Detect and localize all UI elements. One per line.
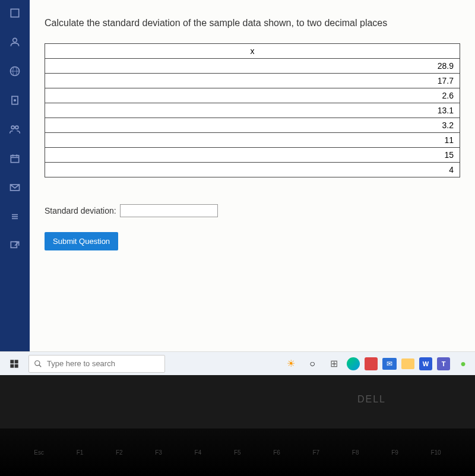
key-label: F9 — [391, 449, 398, 456]
svg-point-25 — [35, 360, 40, 365]
start-button[interactable] — [4, 354, 25, 373]
key-label: Esc — [34, 449, 44, 456]
question-prompt: Calculate the standard deviation of the … — [45, 18, 460, 28]
svg-point-3 — [13, 38, 17, 42]
data-cell: 17.7 — [45, 74, 460, 88]
external-icon[interactable] — [8, 239, 22, 253]
windows-icon — [10, 359, 19, 369]
svg-rect-23 — [10, 364, 14, 367]
data-table: x 28.9 17.7 2.6 13.1 3.2 11 15 4 — [45, 43, 460, 177]
laptop-brand-logo: DELL — [357, 394, 386, 405]
svg-rect-11 — [11, 156, 18, 163]
svg-point-9 — [11, 126, 14, 129]
building-icon[interactable] — [8, 6, 22, 20]
calendar-icon[interactable] — [8, 151, 22, 166]
svg-rect-21 — [10, 360, 14, 363]
person-icon[interactable] — [8, 35, 22, 49]
data-cell: 11 — [45, 133, 460, 148]
task-view-icon[interactable]: ⊞ — [325, 356, 342, 372]
table-header: x — [45, 44, 460, 59]
data-cell: 3.2 — [45, 118, 460, 133]
key-label: F10 — [430, 449, 441, 456]
submit-button[interactable]: Submit Question — [45, 232, 118, 250]
key-label: F7 — [313, 449, 320, 456]
weather-icon[interactable]: ☀ — [283, 356, 299, 372]
explorer-icon[interactable] — [401, 358, 414, 369]
people-icon[interactable] — [8, 122, 22, 137]
windows-taskbar: ☀ ○ ⊞ ✉ W T ● — [0, 351, 475, 375]
app-icon-1[interactable] — [365, 357, 378, 370]
mail-icon[interactable] — [8, 180, 22, 195]
question-area: Calculate the standard deviation of the … — [30, 0, 475, 374]
key-label: F2 — [116, 449, 123, 456]
taskbar-apps: ☀ ○ ⊞ ✉ W T ● — [283, 356, 471, 372]
key-label: F5 — [234, 449, 241, 456]
edge-icon[interactable] — [347, 357, 360, 370]
svg-line-26 — [39, 364, 42, 367]
key-label: F1 — [77, 449, 84, 456]
teams-icon[interactable]: T — [437, 357, 450, 370]
standard-deviation-input[interactable] — [120, 204, 218, 217]
data-cell: 13.1 — [45, 103, 460, 118]
data-cell: 4 — [45, 163, 460, 177]
list-icon[interactable] — [8, 210, 22, 224]
cortana-icon[interactable]: ○ — [304, 356, 321, 372]
answer-row: Standard deviation: — [45, 204, 460, 217]
word-icon[interactable]: W — [419, 357, 432, 370]
search-input[interactable] — [47, 359, 160, 368]
app-sidebar — [0, 0, 30, 374]
svg-point-8 — [14, 99, 15, 101]
data-cell: 2.6 — [45, 88, 460, 103]
key-label: F8 — [352, 449, 359, 456]
taskbar-search[interactable] — [28, 355, 165, 373]
svg-point-10 — [15, 126, 18, 129]
globe-icon[interactable] — [8, 64, 22, 78]
answer-label: Standard deviation: — [45, 206, 116, 215]
search-icon — [34, 360, 42, 368]
key-label: F3 — [155, 449, 162, 456]
key-label: F6 — [273, 449, 280, 456]
document-icon[interactable] — [8, 93, 22, 107]
keyboard: Esc F1 F2 F3 F4 F5 F6 F7 F8 F9 F10 — [0, 429, 475, 476]
svg-rect-22 — [15, 360, 18, 363]
data-cell: 28.9 — [45, 59, 460, 74]
svg-rect-0 — [11, 9, 18, 17]
key-label: F4 — [195, 449, 202, 456]
data-cell: 15 — [45, 148, 460, 163]
svg-rect-24 — [15, 364, 18, 367]
mail-app-icon[interactable]: ✉ — [382, 358, 397, 370]
app-icon-2[interactable]: ● — [455, 356, 471, 372]
